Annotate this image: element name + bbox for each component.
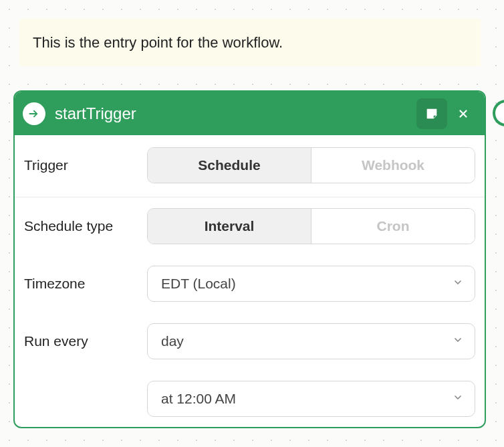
note-button[interactable] [416, 98, 447, 129]
timezone-label: Timezone [24, 276, 139, 292]
close-button[interactable] [451, 98, 475, 129]
workflow-description: This is the entry point for the workflow… [19, 19, 481, 66]
card-body: Trigger Schedule Webhook Schedule type I… [15, 135, 485, 428]
schedule-type-label: Schedule type [24, 218, 139, 234]
trigger-row: Trigger Schedule Webhook [15, 135, 485, 197]
schedule-type-segmented: Interval Cron [147, 208, 475, 244]
trigger-segmented: Schedule Webhook [147, 147, 475, 183]
connector-handle[interactable] [493, 100, 504, 126]
workflow-description-text: This is the entry point for the workflow… [33, 34, 283, 52]
trigger-label: Trigger [24, 157, 139, 173]
schedule-type-option-interval[interactable]: Interval [148, 209, 311, 244]
start-trigger-card: startTrigger Trigger Schedule Webhook Sc… [13, 90, 486, 428]
card-title: startTrigger [55, 104, 412, 123]
trigger-option-webhook[interactable]: Webhook [311, 148, 475, 183]
run-at-select-wrap: at 12:00 AM [147, 381, 475, 417]
run-every-select[interactable]: day [147, 323, 475, 359]
schedule-type-option-cron[interactable]: Cron [311, 209, 475, 244]
run-at-select[interactable]: at 12:00 AM [147, 381, 475, 417]
run-at-row: at 12:00 AM [15, 370, 485, 428]
summary-row: At 12:00 AM, every day [15, 428, 485, 428]
note-icon [424, 106, 439, 121]
timezone-select-wrap: EDT (Local) [147, 266, 475, 302]
trigger-option-schedule[interactable]: Schedule [148, 148, 311, 183]
run-every-label: Run every [24, 333, 139, 349]
start-arrow-icon [23, 102, 45, 125]
timezone-row: Timezone EDT (Local) [15, 255, 485, 312]
card-header: startTrigger [15, 92, 485, 135]
schedule-type-row: Schedule type Interval Cron [15, 197, 485, 255]
timezone-select[interactable]: EDT (Local) [147, 266, 475, 302]
close-icon [457, 108, 469, 120]
run-every-row: Run every day [15, 312, 485, 370]
run-every-select-wrap: day [147, 323, 475, 359]
